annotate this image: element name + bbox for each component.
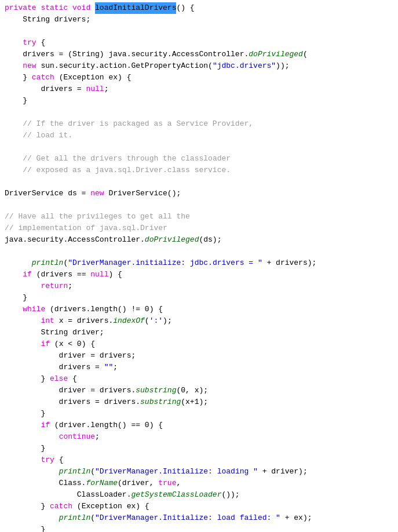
code-token: [5, 269, 23, 280]
code-token: x = drivers.: [54, 315, 113, 327]
code-token: }: [5, 501, 50, 512]
code-token: driver = drivers;: [5, 350, 136, 362]
code-token: (0, x);: [176, 385, 208, 396]
code-token: "": [104, 362, 114, 373]
code-token: (drivers ==: [32, 269, 90, 280]
code-token: (: [303, 49, 308, 60]
code-token: doPrivileged: [249, 49, 303, 60]
code-token: substring: [136, 385, 176, 396]
code-token: // exposed as a java.sql.Driver.class se…: [5, 165, 231, 176]
code-token: "DriverManager.Initialize: load failed: …: [95, 512, 280, 524]
code-line: }: [0, 292, 398, 304]
code-token: ) {: [108, 269, 122, 280]
code-line: }: [0, 408, 398, 420]
code-token: );: [163, 315, 172, 327]
code-line: drivers = null;: [0, 83, 398, 95]
code-token: the: [176, 211, 189, 223]
code-line: [0, 246, 398, 257]
code-line: // If the driver is packaged as a Servic…: [0, 118, 398, 130]
code-token: ());: [221, 489, 239, 501]
code-token: ;: [113, 362, 118, 373]
code-token: return: [41, 280, 68, 292]
code-line: private static void loadInitialDrivers()…: [0, 2, 398, 14]
code-token: ;: [104, 83, 109, 95]
code-token: (driver,: [118, 478, 158, 489]
code-line: driver = drivers;: [0, 350, 398, 362]
code-line: } catch (Exception ex) {: [0, 72, 398, 83]
code-line: drivers = (String) java.security.AccessC…: [0, 49, 398, 60]
code-line: }: [0, 524, 398, 532]
code-line: int x = drivers.indexOf(':');: [0, 315, 398, 327]
code-line: if (driver.length() == 0) {: [0, 420, 398, 431]
code-token: while: [23, 304, 45, 315]
code-token: (ds);: [199, 234, 221, 246]
code-line: // Have all the privileges to get all th…: [0, 211, 398, 223]
code-token: substring: [140, 396, 181, 408]
code-token: }: [5, 95, 27, 107]
code-token: [5, 257, 32, 269]
code-token: + drivers);: [262, 257, 317, 269]
code-line: String driver;: [0, 327, 398, 338]
code-token: // Get all: [5, 153, 72, 165]
code-line: while (drivers.length() != 0) {: [0, 304, 398, 315]
code-token: String driver;: [5, 327, 104, 338]
code-token: ;: [68, 280, 72, 292]
code-token: }: [5, 524, 45, 532]
code-token: ;: [95, 431, 100, 443]
code-token: loadInitialDrivers: [95, 2, 176, 14]
code-token: "jdbc.drivers": [213, 60, 276, 72]
code-token: catch: [50, 501, 72, 512]
code-token: sun.security.action.GetPropertyAction(: [36, 60, 213, 72]
code-token: + driver);: [258, 466, 308, 478]
code-token: true: [158, 478, 176, 489]
code-token: (x+1);: [181, 396, 208, 408]
code-token: new: [23, 60, 36, 72]
code-token: DriverService ds =: [5, 188, 90, 199]
code-token: private static void: [5, 2, 95, 14]
code-line: [0, 141, 398, 153]
code-line: return;: [0, 280, 398, 292]
code-token: }: [5, 408, 45, 420]
code-line: if (drivers == null) {: [0, 269, 398, 280]
code-line: [0, 25, 398, 37]
code-line: drivers = "";: [0, 362, 398, 373]
code-line: } else {: [0, 373, 398, 385]
code-line: continue;: [0, 431, 398, 443]
code-line: // implementation of java.sql.Driver: [0, 223, 398, 234]
code-line: ClassLoader.getSystemClassLoader());: [0, 489, 398, 501]
code-token: java.security.AccessController.: [5, 234, 145, 246]
code-token: [5, 315, 41, 327]
code-token: ));: [276, 60, 289, 72]
code-token: [5, 60, 23, 72]
code-token: else: [50, 373, 68, 385]
code-token: drivers through: [86, 153, 163, 165]
code-token: [5, 280, 41, 292]
code-token: the: [163, 153, 176, 165]
code-token: continue: [59, 431, 95, 443]
code-line: // exposed as a java.sql.Driver.class se…: [0, 165, 398, 176]
code-line: }: [0, 443, 398, 454]
code-token: (: [90, 466, 95, 478]
code-token: privileges to get all: [72, 211, 176, 223]
code-token: indexOf: [113, 315, 145, 327]
code-token: }: [5, 72, 32, 83]
code-token: the: [59, 211, 72, 223]
code-line: new sun.security.action.GetPropertyActio…: [0, 60, 398, 72]
code-token: "DriverManager.Initialize: loading ": [95, 466, 258, 478]
code-token: driver = drivers.: [5, 385, 136, 396]
code-token: println: [32, 257, 64, 269]
code-editor: private static void loadInitialDrivers()…: [0, 0, 398, 532]
code-token: if: [41, 338, 50, 350]
code-line: println("DriverManager.Initialize: loadi…: [0, 466, 398, 478]
code-line: [0, 107, 398, 118]
code-token: [5, 304, 23, 315]
code-line: // Get all the drivers through the class…: [0, 153, 398, 165]
code-token: (: [90, 512, 95, 524]
code-token: driver is packaged as a Service Provider…: [63, 118, 253, 130]
code-token: (: [145, 315, 149, 327]
code-token: [5, 466, 59, 478]
code-token: ,: [176, 478, 181, 489]
code-token: if: [41, 420, 50, 431]
code-token: (Exception ex) {: [72, 501, 149, 512]
code-token: doPrivileged: [145, 234, 199, 246]
